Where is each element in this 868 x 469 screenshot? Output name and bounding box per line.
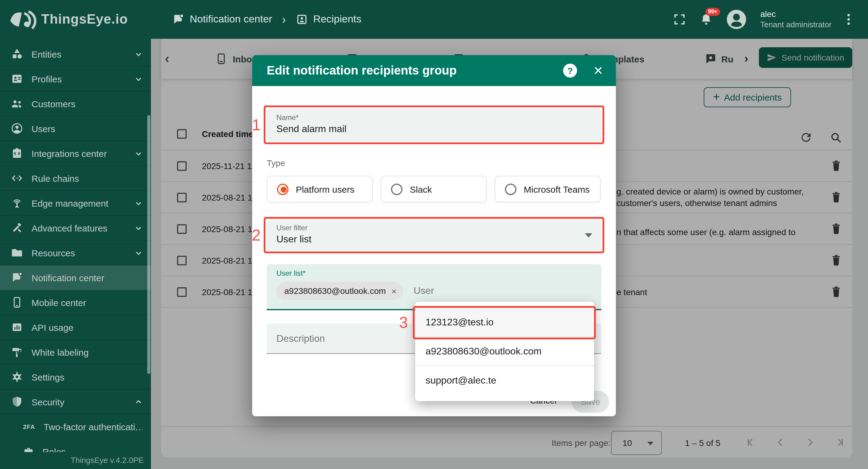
thingseye-logo[interactable]: ThingsEye.io [8,8,148,30]
sidebar-item-profiles[interactable]: Profiles [0,67,151,92]
radio-icon [391,183,402,195]
user-chip[interactable]: a923808630@outlook.com × [276,282,403,300]
type-option-microsoft-teams[interactable]: Microsoft Teams [495,176,601,202]
sidebar-item-rule-chains[interactable]: Rule chains [0,166,151,191]
sidebar-nav: Entities Profiles Customers Users Integr… [0,39,151,464]
chevron-down-icon [134,249,143,257]
type-option-platform-users[interactable]: Platform users [267,176,373,202]
edge-management-icon [11,197,23,209]
user-suggestions-dropdown: 123123@test.io a923808630@outlook.com su… [415,302,594,401]
breadcrumb-separator: › [278,12,289,26]
top-bar: ThingsEye.io Notification center › Recip… [0,0,868,39]
api-usage-icon [11,321,23,333]
rule-chains-icon [11,172,23,184]
mobile-center-icon [11,296,23,308]
annotation-number-2: 2 [245,227,261,244]
chevron-down-icon [134,224,143,232]
app-root: ‹ Inbox Sent Recipients [0,0,868,469]
dialog-header: Edit notification recipients group ? × [252,55,616,86]
sidebar-item-resources[interactable]: Resources [0,241,151,265]
breadcrumb: Notification center › Recipients [172,12,361,26]
logo-text: ThingsEye.io [41,11,128,27]
white-labeling-icon [11,346,23,358]
user-filter-label: User filter [276,224,592,232]
user-chip-label: a923808630@outlook.com [284,286,386,296]
user-info[interactable]: alec Tenant administrator [760,9,832,30]
profiles-icon [11,73,23,85]
sidebar-item-customers[interactable]: Customers [0,92,151,116]
gear-icon [11,371,23,383]
sidebar-item-white-labeling[interactable]: White labeling [0,340,151,365]
chip-remove-icon[interactable]: × [391,286,397,296]
user-role: Tenant administrator [760,20,832,30]
annotation-number-1: 1 [245,116,261,133]
sidebar-item-api-usage[interactable]: API usage [0,315,151,340]
sidebar-item-advanced-features[interactable]: Advanced features [0,216,151,241]
sidebar: Entities Profiles Customers Users Integr… [0,39,151,469]
caret-down-icon [585,233,592,238]
resources-folder-icon [11,247,23,259]
sidebar-item-edge-management[interactable]: Edge management [0,191,151,216]
breadcrumb-recipients[interactable]: Recipients [296,13,362,26]
radio-selected-icon [277,183,288,195]
notification-center-icon [172,13,184,26]
type-label: Type [267,158,285,168]
logo-mark-icon [8,8,36,30]
2fa-icon: 2FA [23,424,36,430]
recipients-breadcrumb-icon [296,13,308,26]
chevron-up-icon [134,398,143,406]
description-placeholder: Description [276,333,325,344]
type-option-slack[interactable]: Slack [381,176,487,202]
user-name: alec [760,9,832,20]
integrations-icon [11,147,23,159]
user-list-label: User list* [276,269,592,278]
breadcrumb-notification-center[interactable]: Notification center [172,13,272,26]
more-menu-icon[interactable] [845,11,852,27]
notification-center-icon [11,272,23,284]
notifications-bell[interactable]: 99+ [700,13,713,26]
entities-icon [11,48,23,60]
chevron-down-icon [134,75,143,83]
breadcrumb-page-label: Recipients [313,13,362,26]
breadcrumb-section-label: Notification center [190,13,272,26]
help-icon[interactable]: ? [563,64,577,77]
bell-badge: 99+ [706,8,720,16]
sidebar-item-integrations-center[interactable]: Integrations center [0,141,151,166]
user-input-placeholder[interactable]: User [414,285,434,296]
dialog-title: Edit notification recipients group [267,64,457,77]
avatar[interactable] [726,9,747,30]
name-value: Send alarm mail [276,124,592,134]
sidebar-item-settings[interactable]: Settings [0,365,151,389]
sidebar-item-users[interactable]: Users [0,116,151,141]
dropdown-option[interactable]: support@alec.te [415,366,594,395]
sidebar-scrollbar[interactable] [147,115,150,374]
customers-icon [11,98,23,110]
users-icon [11,122,23,134]
sidebar-item-two-factor-auth[interactable]: 2FA Two-factor authenticati… [0,414,151,439]
user-filter-select[interactable]: User filter User list [267,220,601,250]
radio-icon [505,183,517,195]
advanced-features-icon [11,222,23,234]
user-filter-value: User list [276,234,592,245]
sidebar-item-entities[interactable]: Entities [0,42,151,67]
name-label: Name* [276,113,592,122]
sidebar-item-notification-center[interactable]: Notification center [0,265,151,290]
chevron-down-icon [134,50,143,58]
app-version: ThingsEye v.4.2.0PE [0,452,144,466]
topbar-actions: 99+ alec Tenant administrator [673,0,852,39]
dropdown-option[interactable]: 123123@test.io [415,308,594,337]
annotation-number-3: 3 [392,314,408,331]
fullscreen-icon[interactable] [673,13,686,26]
chevron-down-icon [134,149,143,157]
close-icon[interactable]: × [590,61,606,80]
dropdown-option[interactable]: a923808630@outlook.com [415,337,594,366]
chevron-down-icon [134,199,143,207]
name-field[interactable]: Name* Send alarm mail [267,108,601,141]
shield-icon [11,396,23,408]
sidebar-item-mobile-center[interactable]: Mobile center [0,290,151,315]
sidebar-item-security[interactable]: Security [0,389,151,414]
